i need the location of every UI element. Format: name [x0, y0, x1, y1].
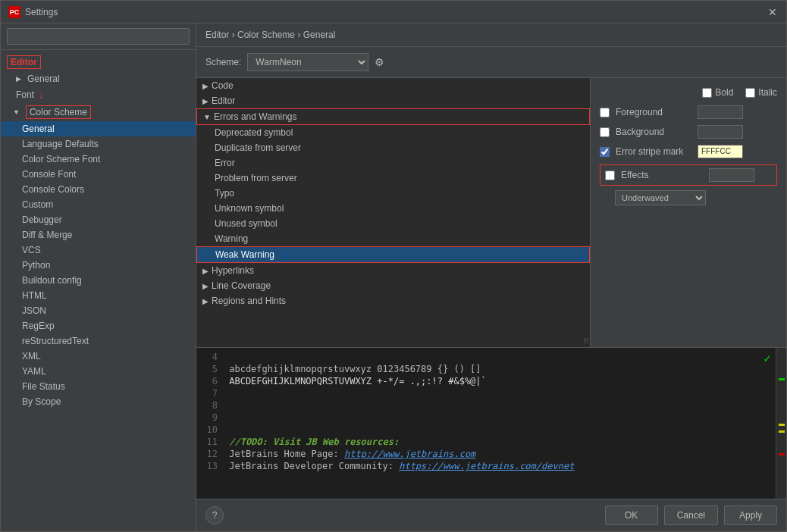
- foreground-color-swatch[interactable]: [698, 105, 743, 119]
- sidebar-item-xml[interactable]: XML: [1, 349, 196, 364]
- sidebar-item-general-sub[interactable]: General: [1, 121, 196, 136]
- arrow-icon: ▶: [16, 75, 21, 83]
- sidebar-item-buildout[interactable]: Buildout config: [1, 273, 196, 288]
- foreground-checkbox[interactable]: [600, 108, 610, 117]
- preview-scrollbar[interactable]: [776, 348, 786, 499]
- tree-item-duplicate[interactable]: Duplicate from server: [196, 140, 590, 155]
- effect-type-select[interactable]: Underwaved Bordered Box Strikethrough Do…: [615, 190, 706, 205]
- apply-button[interactable]: Apply: [724, 505, 777, 525]
- sidebar-item-by-scope[interactable]: By Scope: [1, 394, 196, 409]
- main-panel: Editor › Color Scheme › General Scheme: …: [196, 23, 786, 531]
- tree-item-warning[interactable]: Warning: [196, 231, 590, 246]
- effects-row: Effects: [600, 164, 777, 186]
- green-checkmark: ✓: [763, 351, 771, 365]
- sidebar-item-debugger[interactable]: Debugger: [1, 212, 196, 227]
- sidebar-label: Language Defaults: [22, 139, 99, 149]
- tree-item-regions-hints[interactable]: ▶ Regions and Hints: [196, 293, 590, 308]
- sidebar-item-html[interactable]: HTML: [1, 288, 196, 303]
- options-top: Bold Italic: [600, 87, 777, 98]
- sidebar-label: XML: [22, 351, 41, 361]
- sidebar-label: JSON: [22, 305, 46, 316]
- sidebar-label: RegExp: [22, 321, 55, 331]
- window-title: Settings: [25, 7, 58, 17]
- tree-item-errors-warnings[interactable]: ▼ Errors and Warnings: [196, 108, 590, 125]
- error-stripe-color-swatch[interactable]: FFFFCC: [698, 145, 743, 158]
- line-number: 12: [202, 449, 218, 459]
- tree-item-weak-warning[interactable]: Weak Warning: [196, 246, 590, 263]
- tree-label: Unused symbol: [215, 218, 277, 229]
- sidebar-item-language-defaults[interactable]: Language Defaults: [1, 136, 196, 152]
- tree-label: Regions and Hints: [212, 296, 286, 306]
- sidebar-item-json[interactable]: JSON: [1, 303, 196, 318]
- italic-checkbox[interactable]: [745, 88, 755, 98]
- sidebar-label: Font: [16, 89, 34, 100]
- tree-item-deprecated[interactable]: Deprecated symbol: [196, 125, 590, 140]
- close-button[interactable]: ✕: [767, 6, 779, 18]
- tree-label: Line Coverage: [212, 280, 271, 291]
- foreground-label: Foreground: [616, 107, 691, 117]
- sidebar-item-console-font[interactable]: Console Font: [1, 167, 196, 182]
- line-number: 7: [202, 388, 218, 399]
- sidebar-item-vcs[interactable]: VCS: [1, 243, 196, 258]
- error-stripe-label: Error stripe mark: [616, 146, 691, 157]
- effects-color-swatch[interactable]: [709, 168, 754, 182]
- tree-item-editor[interactable]: ▶ Editor: [196, 93, 590, 108]
- collapse-icon: ▶: [202, 267, 209, 275]
- tree-item-unused[interactable]: Unused symbol: [196, 216, 590, 231]
- sidebar-item-colorscheme-font[interactable]: Color Scheme Font: [1, 152, 196, 167]
- sidebar-label: Color Scheme Font: [22, 154, 100, 164]
- ok-button[interactable]: OK: [605, 505, 658, 525]
- tree-item-error[interactable]: Error: [196, 155, 590, 171]
- background-color-swatch[interactable]: [698, 125, 743, 139]
- search-input[interactable]: [7, 28, 190, 45]
- line-number: 5: [202, 364, 218, 374]
- tree-item-problem[interactable]: Problem from server: [196, 171, 590, 186]
- tree-item-unknown[interactable]: Unknown symbol: [196, 201, 590, 216]
- bold-checkbox[interactable]: [702, 88, 712, 98]
- sidebar-label: General: [27, 74, 60, 84]
- effects-label: Effects: [621, 170, 697, 180]
- sidebar-item-yaml[interactable]: YAML: [1, 364, 196, 379]
- sidebar-item-console-colors[interactable]: Console Colors: [1, 182, 196, 197]
- scheme-gear-button[interactable]: ⚙: [375, 56, 384, 68]
- effects-checkbox[interactable]: [605, 171, 615, 180]
- arrow-down-icon: ↓: [39, 89, 44, 101]
- bold-option: Bold: [702, 87, 733, 98]
- line-content: abcdefghijklmnopqrstuvwxyz 0123456789 {}…: [224, 364, 481, 374]
- tree-item-hyperlinks[interactable]: ▶ Hyperlinks: [196, 263, 590, 278]
- scroll-mark-yellow2: [779, 430, 785, 433]
- sidebar-item-general[interactable]: ▶ General: [1, 71, 196, 86]
- help-button[interactable]: ?: [205, 506, 224, 524]
- tree-item-typo[interactable]: Typo: [196, 186, 590, 201]
- sidebar-item-font[interactable]: Font ↓: [1, 86, 196, 103]
- panel-body: ▶ Code ▶ Editor ▼ Errors and Warnings De…: [196, 78, 786, 347]
- tree-label: Typo: [215, 188, 234, 199]
- sidebar-item-custom[interactable]: Custom: [1, 197, 196, 212]
- sidebar-item-file-status[interactable]: File Status: [1, 379, 196, 394]
- tree-label: Unknown symbol: [215, 203, 284, 214]
- sidebar-item-colorscheme[interactable]: ▼ Color Scheme: [1, 103, 196, 121]
- scroll-mark-red: [779, 453, 785, 455]
- sidebar-label: Custom: [22, 199, 53, 210]
- options-panel: Bold Italic Foreground: [591, 78, 786, 347]
- collapse-icon: ▶: [202, 297, 209, 305]
- sidebar-tree: Editor ▶ General Font ↓ ▼ Color Scheme G…: [1, 50, 196, 531]
- error-stripe-checkbox[interactable]: [600, 147, 610, 157]
- sidebar-item-diff-merge[interactable]: Diff & Merge: [1, 227, 196, 243]
- sidebar-item-editor[interactable]: Editor: [1, 53, 196, 71]
- tree-label: Editor: [212, 95, 235, 106]
- preview-line: 7: [202, 387, 780, 399]
- sidebar-item-regexp[interactable]: RegExp: [1, 318, 196, 333]
- expand-icon: ▼: [203, 113, 211, 121]
- tree-item-line-coverage[interactable]: ▶ Line Coverage: [196, 278, 590, 293]
- scheme-select[interactable]: WarmNeon Default Darcula Monokai: [247, 53, 368, 71]
- background-checkbox[interactable]: [600, 127, 610, 137]
- expand-icon: ▼: [13, 108, 20, 116]
- splitter-handle[interactable]: ⠿: [582, 336, 590, 347]
- tree-item-code[interactable]: ▶ Code: [196, 78, 590, 93]
- sidebar-item-python[interactable]: Python: [1, 258, 196, 273]
- cancel-button[interactable]: Cancel: [664, 505, 718, 525]
- sidebar-item-restructuredtext[interactable]: reStructuredText: [1, 333, 196, 349]
- preview-line: 11 //TODO: Visit JB Web resources:: [202, 436, 780, 448]
- sidebar-label: Diff & Merge: [22, 230, 72, 240]
